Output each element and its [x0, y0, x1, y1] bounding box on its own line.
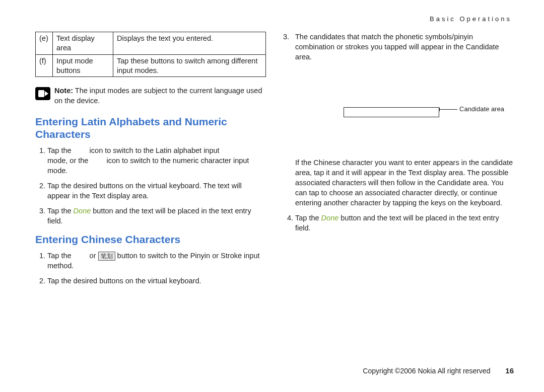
page-footer: Copyright ©2006 Nokia All right reserved…	[363, 366, 514, 375]
step-text: button to switch to the Pinyin or Stroke…	[47, 252, 259, 270]
note-label: Note:	[54, 87, 73, 95]
list-item: Tap the icon to switch to the Latin alph…	[47, 145, 266, 176]
note-block: Note: The input modes are subject to the…	[35, 86, 266, 106]
list-item: Tap the or 笔划 button to switch to the Pi…	[47, 251, 266, 271]
list-item: The candidates that match the phonetic s…	[283, 32, 514, 62]
chinese-steps: Tap the or 笔划 button to switch to the Pi…	[35, 251, 266, 286]
legend-table: (e) Text display area Displays the text …	[35, 32, 266, 77]
page-header: Basic Operations	[35, 15, 514, 23]
diagram-line	[439, 109, 457, 110]
candidate-diagram: Candidate area	[344, 107, 514, 122]
step-text: Tap the	[47, 252, 74, 260]
table-row: (e) Text display area Displays the text …	[36, 32, 266, 55]
latin-steps: Tap the icon to switch to the Latin alph…	[35, 145, 266, 226]
heading-chinese: Entering Chinese Characters	[35, 233, 266, 246]
copyright-text: Copyright ©2006 Nokia All right reserved	[363, 367, 490, 375]
note-text: The input modes are subject to the curre…	[54, 87, 262, 105]
step-text: mode, or the	[47, 156, 90, 165]
list-item: Tap the desired buttons on the virtual k…	[47, 276, 266, 286]
step-text: Tap the	[47, 207, 74, 215]
right-column: The candidates that match the phonetic s…	[283, 32, 514, 291]
legend-label: Input mode buttons	[53, 54, 113, 77]
right-steps-start: The candidates that match the phonetic s…	[283, 32, 514, 62]
legend-key: (e)	[36, 32, 53, 55]
page-number: 16	[505, 366, 514, 375]
candidate-label: Candidate area	[459, 105, 504, 113]
step-text: Tap the	[295, 214, 321, 222]
list-item: Tap the Done button and the text will be…	[47, 206, 266, 226]
table-row: (f) Input mode buttons Tap these buttons…	[36, 54, 266, 77]
done-label: Done	[321, 214, 339, 222]
legend-desc: Displays the text you entered.	[113, 32, 266, 55]
candidate-box	[344, 107, 439, 117]
legend-key: (f)	[36, 54, 53, 77]
step-text: icon to switch to the Latin alphabet inp…	[88, 146, 220, 154]
stroke-button-icon: 笔划	[98, 252, 115, 261]
step-text: or	[88, 252, 98, 260]
right-steps-end: Tap the Done button and the text will be…	[283, 213, 514, 233]
done-label: Done	[74, 207, 91, 215]
left-column: (e) Text display area Displays the text …	[35, 32, 266, 291]
heading-latin: Entering Latin Alphabets and Numeric Cha…	[35, 115, 266, 140]
list-item: Tap the Done button and the text will be…	[295, 213, 514, 233]
legend-label: Text display area	[53, 32, 113, 55]
step-text: Tap the	[47, 146, 74, 154]
right-paragraph: If the Chinese character you want to ent…	[283, 158, 514, 208]
list-item: Tap the desired buttons on the virtual k…	[47, 181, 266, 201]
note-icon	[35, 87, 50, 100]
legend-desc: Tap these buttons to switch among differ…	[113, 54, 266, 77]
